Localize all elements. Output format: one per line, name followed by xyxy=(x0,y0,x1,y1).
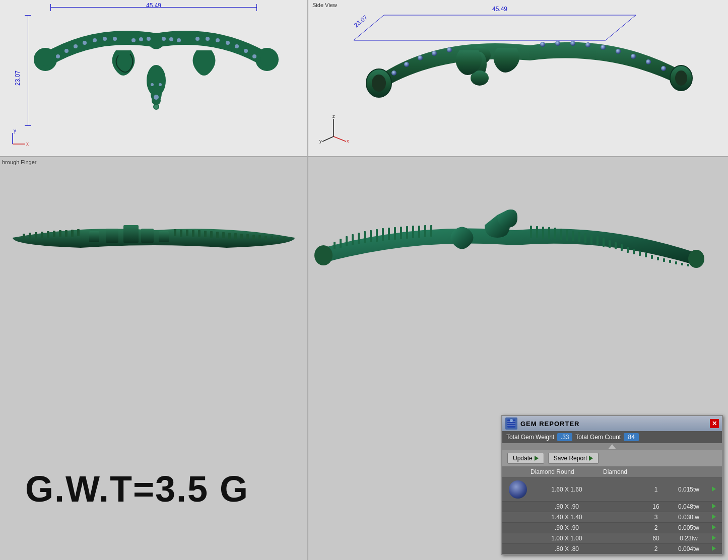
svg-point-48 xyxy=(404,62,409,67)
axis-indicator: x y xyxy=(8,129,33,151)
row-icon-cell xyxy=(505,479,531,500)
svg-point-58 xyxy=(631,54,636,59)
jewelry-top-view xyxy=(30,10,282,141)
svg-rect-114 xyxy=(400,227,402,239)
row-count: 2 xyxy=(643,524,669,531)
svg-rect-143 xyxy=(669,260,671,263)
svg-point-56 xyxy=(601,45,606,50)
row-action[interactable] xyxy=(709,535,719,542)
coord-axis-3d: z x y xyxy=(318,114,349,146)
row-action[interactable] xyxy=(709,514,719,521)
svg-rect-105 xyxy=(346,236,348,246)
svg-point-1 xyxy=(258,50,276,68)
svg-point-19 xyxy=(244,49,248,53)
svg-point-60 xyxy=(661,66,666,71)
row-play-icon[interactable] xyxy=(712,486,716,492)
svg-rect-85 xyxy=(192,230,194,237)
row-play-icon[interactable] xyxy=(712,514,716,519)
gem-reporter-panel: GEM REPORTER ✕ Total Gem Weight .33 Tota… xyxy=(501,415,723,555)
svg-rect-77 xyxy=(53,231,55,237)
svg-rect-80 xyxy=(71,230,74,237)
svg-point-53 xyxy=(555,41,560,46)
svg-rect-93 xyxy=(240,234,243,239)
row-size: .90 X .90 xyxy=(531,503,603,510)
expand-arrow-row[interactable] xyxy=(502,443,722,450)
svg-point-15 xyxy=(206,37,210,41)
gem-reporter-titlebar: GEM REPORTER ✕ xyxy=(502,416,722,431)
gem-reporter-title: GEM REPORTER xyxy=(520,420,707,428)
svg-rect-71 xyxy=(159,231,169,242)
quadrant-bottom-left: hrough Finger xyxy=(0,157,307,560)
svg-point-20 xyxy=(252,54,256,58)
svg-point-24 xyxy=(162,37,166,41)
svg-rect-100 xyxy=(283,237,285,240)
gem-table-row: .80 X .80 2 0.004tw xyxy=(502,544,722,554)
row-weight: 0.23tw xyxy=(669,535,709,542)
svg-rect-140 xyxy=(651,255,653,259)
svg-rect-78 xyxy=(59,230,61,237)
svg-rect-131 xyxy=(597,236,599,245)
svg-rect-96 xyxy=(258,235,261,239)
svg-rect-104 xyxy=(340,239,342,248)
svg-rect-75 xyxy=(41,232,43,238)
row-size: 1.60 X 1.60 xyxy=(531,486,603,493)
save-report-play-icon xyxy=(589,456,593,461)
row-action[interactable] xyxy=(709,524,719,531)
svg-point-7 xyxy=(56,54,60,58)
svg-rect-86 xyxy=(198,230,201,237)
row-action[interactable] xyxy=(709,503,719,510)
svg-rect-135 xyxy=(621,244,623,251)
svg-rect-91 xyxy=(228,233,231,239)
svg-rect-92 xyxy=(234,233,237,239)
row-action[interactable] xyxy=(709,545,719,552)
svg-rect-128 xyxy=(578,232,580,242)
svg-point-50 xyxy=(432,51,437,56)
svg-rect-119 xyxy=(430,225,432,237)
header-icon-col xyxy=(505,468,531,475)
gem-table-row: 1.40 X 1.40 3 0.030tw xyxy=(502,512,722,523)
update-button[interactable]: Update xyxy=(507,453,544,464)
svg-rect-144 xyxy=(675,261,677,264)
svg-point-8 xyxy=(64,49,69,53)
row-count: 60 xyxy=(643,535,669,542)
dim-line-left-v xyxy=(28,15,28,126)
svg-point-55 xyxy=(585,42,590,47)
svg-point-43 xyxy=(675,71,687,86)
jewelry-3d-view xyxy=(349,5,711,146)
row-count: 16 xyxy=(643,503,669,510)
row-play-icon[interactable] xyxy=(712,504,716,509)
header-type-col: Diamond Round xyxy=(531,468,603,475)
header-weight-col xyxy=(669,468,709,475)
header-action-col xyxy=(709,468,719,475)
row-weight: 0.015tw xyxy=(669,486,709,493)
svg-rect-122 xyxy=(542,227,544,239)
svg-point-14 xyxy=(195,37,200,41)
total-gem-weight-label: Total Gem Weight xyxy=(506,434,554,441)
svg-point-102 xyxy=(688,250,704,268)
row-weight: 0.004tw xyxy=(669,545,709,552)
svg-rect-113 xyxy=(394,227,396,240)
close-button[interactable]: ✕ xyxy=(710,419,719,428)
header-count-col xyxy=(643,468,669,475)
save-report-button[interactable]: Save Report xyxy=(548,453,599,464)
svg-point-21 xyxy=(131,38,136,42)
svg-point-151 xyxy=(510,419,513,422)
svg-point-0 xyxy=(36,50,54,68)
svg-rect-121 xyxy=(536,226,538,238)
svg-text:x: x xyxy=(26,141,29,147)
gem-table-body: 1.60 X 1.60 1 0.015tw .90 X .90 16 0.048… xyxy=(502,478,722,554)
svg-point-41 xyxy=(372,75,386,92)
svg-point-57 xyxy=(616,49,621,54)
svg-point-27 xyxy=(151,83,154,86)
gwt-label: G.W.T=3.5 G xyxy=(25,468,249,510)
row-play-icon[interactable] xyxy=(712,546,716,551)
row-play-icon[interactable] xyxy=(712,525,716,530)
svg-rect-83 xyxy=(180,230,182,237)
svg-rect-126 xyxy=(566,230,568,241)
header-shape-col: Diamond xyxy=(603,468,643,475)
gem-icon xyxy=(509,480,527,499)
row-action[interactable] xyxy=(709,486,719,493)
svg-point-12 xyxy=(103,37,107,41)
row-count: 2 xyxy=(643,545,669,552)
row-play-icon[interactable] xyxy=(712,535,716,540)
